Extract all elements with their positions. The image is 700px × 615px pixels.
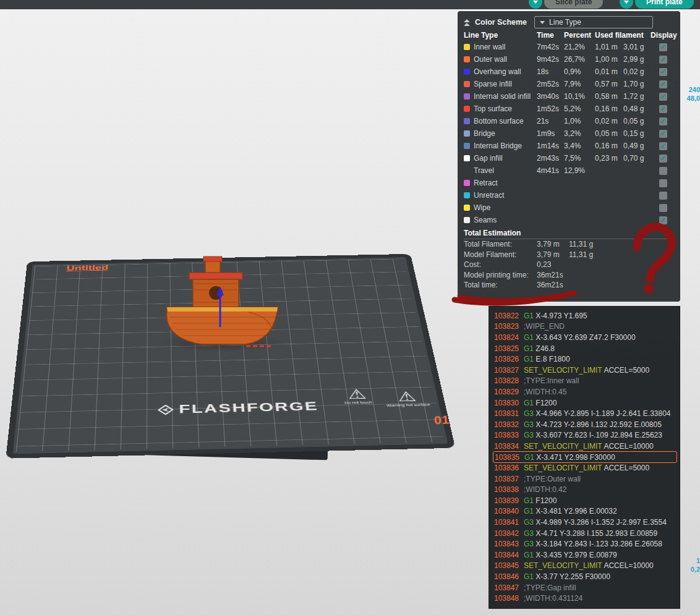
warning-triangle-icon: ⚠ bbox=[378, 389, 436, 404]
gcode-line[interactable]: 103846G1 X-3.77 Y2.255 F30000 bbox=[493, 571, 678, 582]
gcode-line[interactable]: 103843G3 X-3.184 Y2.843 I-.123 J3.286 E.… bbox=[493, 538, 678, 549]
gcode-args: ACCEL=5000 bbox=[602, 366, 649, 375]
display-checkbox[interactable]: ✓ bbox=[659, 130, 667, 138]
print-plate-button[interactable]: Print plate bbox=[635, 0, 694, 9]
gcode-command: G1 bbox=[524, 572, 534, 581]
line-type-length: 0,16 m bbox=[595, 104, 623, 113]
plate-name-label[interactable]: Untitled bbox=[66, 264, 108, 273]
gcode-line[interactable]: 103844G1 X-3.435 Y2.979 E.00879 bbox=[493, 549, 678, 561]
line-type-swatch bbox=[464, 69, 470, 75]
gcode-comment: ;WIDTH:0.45 bbox=[524, 388, 566, 396]
gcode-line[interactable]: 103842G3 X-4.71 Y-3.288 I.155 J2.983 E.0… bbox=[493, 528, 678, 539]
gcode-line[interactable]: 103840G1 X-3.481 Y2.996 E.00032 bbox=[493, 506, 678, 517]
view-type-dropdown[interactable]: Line Type bbox=[534, 16, 653, 28]
display-checkbox[interactable]: ✓ bbox=[659, 155, 667, 163]
line-type-label: Gap infill bbox=[474, 154, 537, 163]
gcode-line-number: 103840 bbox=[493, 507, 519, 515]
line-type-weight: 3,01 g bbox=[623, 43, 651, 51]
gcode-line-number: 103825 bbox=[493, 344, 519, 353]
gcode-command: SET_VELOCITY_LIMIT bbox=[524, 464, 602, 472]
gcode-line-number: 103833 bbox=[493, 431, 519, 439]
collapse-panel-button[interactable] bbox=[464, 19, 470, 26]
line-type-percent: 3,2% bbox=[564, 129, 595, 138]
line-type-label: Travel bbox=[474, 166, 537, 175]
gcode-args: X-3.607 Y2.623 I-.109 J2.894 E.25623 bbox=[534, 431, 662, 439]
gcode-line[interactable]: 103839G1 F1200 bbox=[493, 495, 678, 506]
gcode-line[interactable]: 103831G3 X-4.966 Y-2.895 I-1.189 J-2.641… bbox=[493, 408, 678, 419]
do-not-touch-warning: ⚠ Do not touch bbox=[331, 387, 383, 405]
gcode-command: SET_VELOCITY_LIMIT bbox=[524, 366, 602, 375]
line-type-length: 0,58 m bbox=[595, 92, 623, 101]
column-header-display: Display bbox=[651, 31, 675, 40]
gcode-line[interactable]: 103836SET_VELOCITY_LIMIT ACCEL=5000 bbox=[493, 462, 678, 473]
display-checkbox[interactable]: ✓ bbox=[659, 216, 667, 224]
gcode-args: F1200 bbox=[534, 399, 557, 407]
gcode-line-number: 103837 bbox=[493, 475, 519, 483]
gcode-line[interactable]: 103833G3 X-3.607 Y2.623 I-.109 J2.894 E.… bbox=[493, 430, 678, 441]
right-edge-value-bottom: 1 0,2 bbox=[683, 556, 700, 574]
line-type-swatch bbox=[464, 81, 470, 87]
gcode-line-number: 103846 bbox=[493, 572, 519, 581]
gcode-line[interactable]: 103845SET_VELOCITY_LIMIT ACCEL=10000 bbox=[493, 561, 678, 572]
line-type-length: 0,01 m bbox=[595, 67, 623, 76]
line-type-length: 0,16 m bbox=[595, 142, 623, 150]
display-checkbox[interactable] bbox=[659, 179, 667, 187]
display-checkbox[interactable] bbox=[659, 192, 667, 200]
gcode-line[interactable]: 103822G1 X-4.973 Y1.695 bbox=[493, 310, 678, 321]
gcode-comment: ;WIDTH:0.431124 bbox=[524, 594, 583, 603]
line-type-swatch bbox=[464, 56, 470, 62]
gcode-line[interactable]: 103841G3 X-4.989 Y-3.286 I-1.352 J-2.997… bbox=[493, 517, 678, 528]
line-type-percent: 12,9% bbox=[564, 166, 595, 175]
gcode-line-number: 103826 bbox=[493, 355, 519, 363]
gcode-line[interactable]: 103837;TYPE:Outer wall bbox=[493, 473, 678, 485]
line-type-time: 1m52s bbox=[537, 104, 564, 113]
gcode-line[interactable]: 103825G1 Z46.8 bbox=[493, 343, 678, 354]
total-value: 36m21s bbox=[537, 271, 569, 279]
line-type-label: Bridge bbox=[474, 129, 537, 138]
gcode-line[interactable]: 103830G1 F1200 bbox=[493, 397, 678, 409]
display-checkbox[interactable] bbox=[659, 167, 667, 175]
gcode-line[interactable]: 103835G1 X-3.471 Y2.998 F30000 bbox=[493, 451, 677, 464]
legend-row: Internal Bridge1m14s3,4%0,16 m0,49 g✓ bbox=[464, 140, 675, 152]
gcode-line[interactable]: 103847;TYPE:Gap infill bbox=[493, 582, 678, 593]
slice-plate-button[interactable]: Slice plate bbox=[544, 0, 603, 9]
display-checkbox[interactable]: ✓ bbox=[659, 80, 667, 88]
display-checkbox[interactable]: ✓ bbox=[659, 142, 667, 150]
total-label: Model Filament: bbox=[464, 250, 537, 259]
gcode-line[interactable]: 103829;WIDTH:0.45 bbox=[493, 386, 678, 397]
gcode-line[interactable]: 103828;TYPE:Inner wall bbox=[493, 376, 678, 387]
display-checkbox[interactable]: ✓ bbox=[659, 93, 667, 101]
gcode-line[interactable]: 103827SET_VELOCITY_LIMIT ACCEL=5000 bbox=[493, 365, 678, 376]
legend-row: Bottom surface21s1,0%0,02 m0,05 g✓ bbox=[464, 115, 675, 127]
legend-row: Gap infill2m43s7,5%0,23 m0,70 g✓ bbox=[464, 152, 675, 164]
gcode-line[interactable]: 103826G1 E.8 F1800 bbox=[493, 354, 678, 365]
line-type-label: Wipe bbox=[474, 203, 537, 212]
gcode-args: Z46.8 bbox=[534, 344, 555, 353]
gcode-line[interactable]: 103823;WIPE_END bbox=[493, 321, 678, 333]
column-header-line-type: Line Type bbox=[464, 31, 537, 40]
display-checkbox[interactable]: ✓ bbox=[659, 117, 667, 125]
line-type-time: 21s bbox=[537, 117, 564, 125]
line-type-swatch bbox=[464, 192, 470, 198]
display-checkbox[interactable]: ✓ bbox=[659, 43, 667, 51]
line-type-weight: 1,70 g bbox=[623, 80, 651, 88]
gcode-line[interactable]: 103834SET_VELOCITY_LIMIT ACCEL=10000 bbox=[493, 441, 678, 452]
display-checkbox[interactable] bbox=[659, 204, 667, 212]
benchy-model[interactable] bbox=[156, 254, 280, 352]
gcode-args: X-3.471 Y2.998 F30000 bbox=[534, 453, 615, 462]
gcode-line[interactable]: 103824G1 X-3.643 Y2.639 Z47.2 F30000 bbox=[493, 332, 678, 343]
gcode-line[interactable]: 103832G3 X-4.723 Y-2.896 I.132 J2.592 E.… bbox=[493, 419, 678, 430]
print-plate-dropdown-button[interactable] bbox=[620, 0, 633, 9]
gcode-line-number: 103847 bbox=[493, 583, 519, 592]
display-checkbox[interactable]: ✓ bbox=[659, 105, 667, 113]
display-checkbox[interactable]: ✓ bbox=[659, 56, 667, 64]
line-type-time: 1m14s bbox=[537, 142, 564, 150]
gcode-viewer-panel[interactable]: 103822G1 X-4.973 Y1.695103823;WIPE_END10… bbox=[489, 306, 680, 609]
gcode-line[interactable]: 103838;WIDTH:0.42 bbox=[493, 485, 678, 496]
line-type-length: 0,57 m bbox=[595, 80, 623, 88]
gcode-command: G3 bbox=[524, 529, 534, 538]
gcode-command: G3 bbox=[524, 431, 534, 439]
display-checkbox[interactable]: ✓ bbox=[659, 68, 667, 76]
gcode-line[interactable]: 103848;WIDTH:0.431124 bbox=[493, 593, 678, 604]
slice-plate-dropdown-button[interactable] bbox=[529, 0, 542, 9]
